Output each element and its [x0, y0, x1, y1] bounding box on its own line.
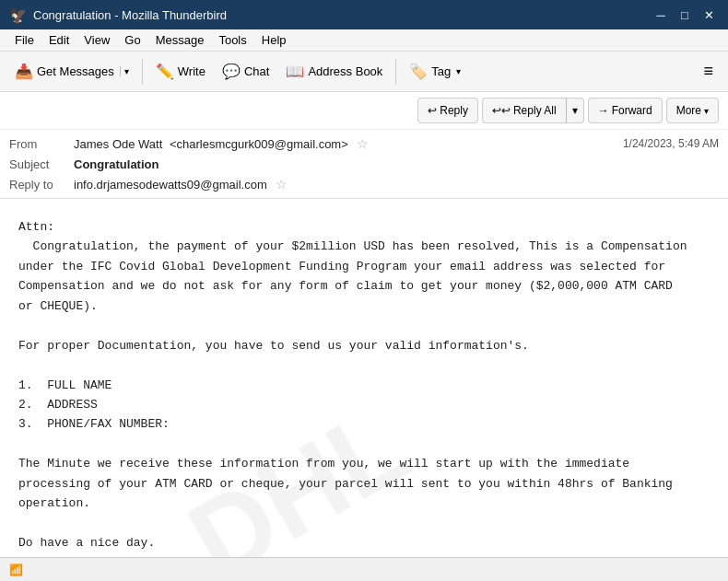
- forward-button[interactable]: → Forward: [588, 98, 663, 123]
- chat-icon: 💬: [222, 63, 241, 80]
- menu-edit[interactable]: Edit: [41, 31, 76, 49]
- reply-all-dropdown[interactable]: ▾: [566, 98, 584, 123]
- app-icon: 🦅: [9, 6, 28, 24]
- from-star-icon[interactable]: ☆: [357, 136, 369, 151]
- get-messages-arrow[interactable]: ▾: [120, 66, 129, 76]
- more-group: More ▾: [666, 98, 719, 123]
- address-book-icon: 📖: [286, 63, 304, 80]
- forward-label: Forward: [612, 104, 652, 117]
- from-value: James Ode Watt <charlesmcgurk009@gmail.c…: [74, 136, 369, 151]
- more-arrow-icon: ▾: [704, 106, 709, 116]
- title-bar: 🦅 Congratulation - Mozilla Thunderbird ─…: [0, 0, 728, 29]
- write-label: Write: [178, 64, 205, 78]
- menu-message[interactable]: Message: [148, 31, 212, 49]
- reply-to-label: Reply to: [9, 178, 74, 192]
- from-email: <charlesmcgurk009@gmail.com>: [170, 137, 348, 151]
- reply-to-address: info.drjamesodewatts09@gmail.com: [74, 178, 267, 192]
- email-body-text: Attn: Congratulation, the payment of you…: [18, 217, 710, 579]
- more-button[interactable]: More ▾: [666, 98, 719, 123]
- reply-icon: ↩: [428, 104, 437, 117]
- reply-all-button[interactable]: ↩↩ Reply All: [482, 98, 566, 123]
- menu-go[interactable]: Go: [117, 31, 147, 49]
- tag-arrow[interactable]: ▾: [456, 66, 461, 76]
- menu-view[interactable]: View: [76, 31, 117, 49]
- menu-file[interactable]: File: [7, 31, 41, 49]
- wifi-icon: 📶: [9, 564, 23, 576]
- reply-to-row: Reply to info.drjamesodewatts09@gmail.co…: [9, 174, 719, 194]
- menu-tools[interactable]: Tools: [211, 31, 253, 49]
- reply-label: Reply: [440, 104, 468, 117]
- reply-to-star-icon[interactable]: ☆: [276, 177, 288, 192]
- from-row: From James Ode Watt <charlesmcgurk009@gm…: [9, 134, 719, 154]
- window-title: Congratulation - Mozilla Thunderbird: [33, 8, 227, 22]
- more-label: More: [676, 104, 701, 117]
- from-label: From: [9, 137, 74, 151]
- close-button[interactable]: ✕: [699, 5, 719, 25]
- reply-button[interactable]: ↩ Reply: [417, 98, 478, 123]
- subject-text: Congratulation: [74, 157, 159, 171]
- tag-button[interactable]: 🏷️ Tag ▾: [402, 56, 468, 87]
- menu-bar: File Edit View Go Message Tools Help: [0, 29, 728, 52]
- get-messages-icon: 📥: [15, 63, 33, 80]
- chat-label: Chat: [244, 64, 269, 78]
- email-meta: From James Ode Watt <charlesmcgurk009@gm…: [0, 130, 728, 198]
- tag-icon: 🏷️: [409, 63, 428, 80]
- forward-icon: →: [598, 104, 609, 117]
- menu-help[interactable]: Help: [254, 31, 294, 49]
- tag-label: Tag: [431, 64, 451, 78]
- email-body: Attn: Congratulation, the payment of you…: [0, 199, 728, 579]
- write-button[interactable]: ✏️ Write: [148, 56, 213, 87]
- toolbar: 📥 Get Messages ▾ ✏️ Write 💬 Chat 📖 Addre…: [0, 52, 728, 92]
- reply-all-group: ↩↩ Reply All ▾: [482, 98, 584, 123]
- status-bar: 📶: [0, 557, 728, 581]
- address-book-button[interactable]: 📖 Address Book: [278, 56, 390, 87]
- reply-all-icon: ↩↩: [492, 104, 511, 117]
- chat-button[interactable]: 💬 Chat: [215, 56, 276, 87]
- write-icon: ✏️: [156, 63, 174, 80]
- subject-value: Congratulation: [74, 157, 159, 171]
- maximize-button[interactable]: □: [675, 5, 695, 25]
- reply-all-label: Reply All: [513, 104, 557, 117]
- subject-label: Subject: [9, 157, 74, 171]
- hamburger-button[interactable]: ≡: [696, 56, 721, 87]
- get-messages-label: Get Messages: [37, 64, 114, 78]
- subject-row: Subject Congratulation: [9, 154, 719, 174]
- email-header: ↩ Reply ↩↩ Reply All ▾ → Forward More ▾ …: [0, 92, 728, 199]
- email-date: 1/24/2023, 5:49 AM: [623, 137, 719, 150]
- from-name: James Ode Watt: [74, 137, 162, 151]
- get-messages-button[interactable]: 📥 Get Messages ▾: [7, 56, 136, 87]
- address-book-label: Address Book: [308, 64, 382, 78]
- reply-to-value: info.drjamesodewatts09@gmail.com ☆: [74, 177, 288, 192]
- email-action-bar: ↩ Reply ↩↩ Reply All ▾ → Forward More ▾: [0, 92, 728, 130]
- reply-group: ↩ Reply: [417, 98, 478, 123]
- email-content-wrapper: DHL Attn: Congratulation, the payment of…: [0, 199, 728, 579]
- minimize-button[interactable]: ─: [651, 5, 671, 25]
